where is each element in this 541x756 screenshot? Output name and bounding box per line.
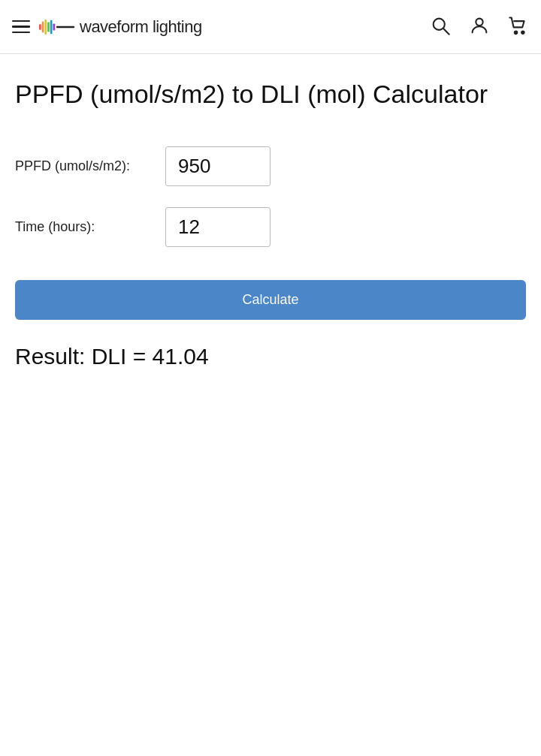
search-icon xyxy=(430,15,451,36)
svg-rect-4 xyxy=(50,20,53,33)
waveform-logo-icon xyxy=(39,17,75,38)
calculator-form: PPFD (umol/s/m2): Time (hours): Calculat… xyxy=(15,146,526,369)
logo-link[interactable]: waveform lighting xyxy=(39,17,202,38)
account-button[interactable] xyxy=(469,15,490,39)
svg-point-11 xyxy=(521,31,524,34)
svg-point-9 xyxy=(476,18,482,25)
header-icons xyxy=(430,15,529,39)
ppfd-input[interactable] xyxy=(165,146,270,186)
svg-line-8 xyxy=(443,29,449,35)
svg-rect-5 xyxy=(53,23,55,30)
svg-rect-1 xyxy=(42,21,44,32)
ppfd-label: PPFD (umol/s/m2): xyxy=(15,158,165,174)
svg-rect-0 xyxy=(39,24,41,29)
time-input[interactable] xyxy=(165,207,270,247)
cart-icon xyxy=(508,15,529,36)
header-left: waveform lighting xyxy=(12,17,430,38)
svg-rect-3 xyxy=(47,22,50,32)
user-icon xyxy=(469,15,490,36)
ppfd-row: PPFD (umol/s/m2): xyxy=(15,146,526,186)
search-button[interactable] xyxy=(430,15,451,39)
hamburger-menu-button[interactable] xyxy=(12,20,30,34)
cart-button[interactable] xyxy=(508,15,529,39)
svg-point-10 xyxy=(515,31,518,34)
time-label: Time (hours): xyxy=(15,219,165,235)
calculate-button[interactable]: Calculate xyxy=(15,280,526,320)
result-display: Result: DLI = 41.04 xyxy=(15,344,526,369)
page-title: PPFD (umol/s/m2) to DLI (mol) Calculator xyxy=(15,78,526,110)
logo-text: waveform lighting xyxy=(80,17,202,37)
time-row: Time (hours): xyxy=(15,207,526,247)
site-header: waveform lighting xyxy=(0,0,541,54)
svg-rect-2 xyxy=(44,19,47,34)
main-content: PPFD (umol/s/m2) to DLI (mol) Calculator… xyxy=(0,54,541,399)
